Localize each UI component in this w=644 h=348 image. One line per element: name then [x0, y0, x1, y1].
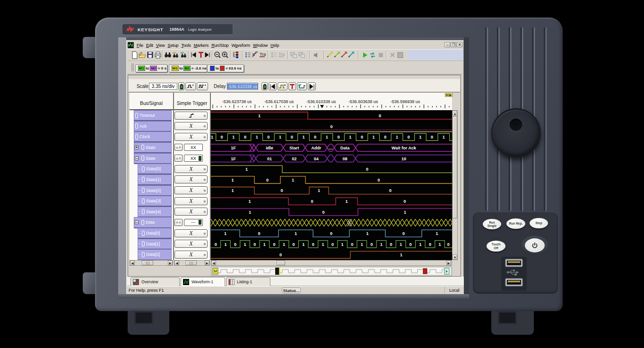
- svg-text:0: 0: [258, 231, 260, 236]
- svg-text:0: 0: [215, 242, 217, 247]
- svg-text:-536.603638 us: -536.603638 us: [348, 99, 378, 104]
- svg-text:0: 0: [331, 242, 334, 247]
- svg-text:0: 0: [384, 135, 386, 139]
- svg-text:1F: 1F: [231, 157, 236, 161]
- svg-text:1: 1: [292, 178, 294, 183]
- svg-text:1: 1: [258, 113, 261, 118]
- svg-text:0: 0: [330, 124, 332, 129]
- svg-text:1: 1: [302, 135, 305, 139]
- svg-text:Tra: Tra: [278, 52, 285, 57]
- svg-text:1: 1: [345, 199, 348, 204]
- svg-text:...: ...: [329, 146, 333, 150]
- svg-text:1: 1: [366, 231, 368, 236]
- svg-text:0: 0: [390, 242, 392, 247]
- svg-text:1: 1: [404, 210, 406, 215]
- svg-text:0: 0: [280, 188, 283, 193]
- svg-text:1: 1: [231, 178, 234, 183]
- svg-text:0: 0: [447, 242, 450, 247]
- svg-text:0: 0: [361, 135, 363, 139]
- svg-text:1: 1: [400, 252, 402, 257]
- svg-text:1: 1: [245, 167, 248, 172]
- svg-text:1: 1: [224, 242, 226, 247]
- svg-text:0: 0: [266, 178, 269, 183]
- svg-text:0: 0: [337, 135, 339, 139]
- svg-text:1: 1: [249, 210, 251, 215]
- svg-text:Wait for Ack: Wait for Ack: [392, 146, 417, 150]
- svg-text:1: 1: [419, 135, 421, 139]
- svg-text:1: 1: [279, 135, 281, 139]
- svg-text:1: 1: [283, 242, 285, 247]
- svg-text:1: 1: [248, 199, 251, 204]
- svg-text:0: 0: [351, 242, 353, 247]
- svg-text:10: 10: [401, 157, 406, 161]
- svg-text:Data: Data: [340, 146, 350, 150]
- svg-text:04: 04: [314, 157, 319, 161]
- svg-text:1: 1: [231, 188, 234, 193]
- svg-text:0: 0: [312, 242, 314, 247]
- svg-text:Start: Start: [289, 146, 299, 150]
- svg-text:0: 0: [403, 199, 406, 204]
- svg-text:0: 0: [267, 135, 270, 139]
- svg-text:02: 02: [292, 157, 296, 161]
- svg-text:-536.596938 us: -536.596938 us: [391, 99, 420, 104]
- svg-text:0: 0: [370, 242, 373, 247]
- svg-text:1: 1: [211, 135, 213, 139]
- svg-text:1: 1: [439, 242, 441, 247]
- svg-text:0: 0: [409, 242, 412, 247]
- svg-text:1: 1: [256, 135, 258, 139]
- svg-text:0: 0: [366, 167, 368, 172]
- svg-text:-536.617038 us: -536.617038 us: [264, 99, 294, 104]
- svg-text:1: 1: [244, 242, 246, 247]
- svg-text:1: 1: [318, 188, 320, 193]
- svg-text:0: 0: [408, 135, 410, 139]
- svg-text:0: 0: [273, 242, 275, 247]
- svg-text:1: 1: [435, 231, 438, 236]
- svg-text:1: 1: [295, 231, 297, 236]
- svg-text:0: 0: [220, 135, 223, 139]
- svg-text:08: 08: [342, 157, 347, 161]
- svg-text:01: 01: [267, 157, 272, 161]
- svg-text:Addr: Addr: [311, 146, 321, 150]
- svg-text:M: M: [214, 269, 217, 273]
- svg-text:1: 1: [224, 231, 226, 236]
- svg-text:0: 0: [322, 210, 324, 215]
- svg-text:1: 1: [400, 242, 402, 247]
- svg-text:0: 0: [314, 135, 316, 139]
- svg-text:1: 1: [396, 135, 398, 139]
- svg-text:1: 1: [419, 242, 421, 247]
- svg-text:0: 0: [291, 135, 293, 139]
- svg-text:0: 0: [253, 242, 256, 247]
- svg-text:0: 0: [311, 199, 313, 204]
- svg-text:Idle: Idle: [266, 146, 273, 150]
- svg-text:-536.623738 us: -536.623738 us: [222, 99, 252, 104]
- svg-text:0: 0: [379, 113, 381, 118]
- svg-text:1: 1: [361, 242, 363, 247]
- svg-text:1: 1: [380, 242, 383, 247]
- svg-text:1: 1: [443, 135, 445, 139]
- svg-text:1: 1: [322, 242, 324, 247]
- svg-text:0: 0: [234, 242, 236, 247]
- svg-text:1: 1: [349, 135, 351, 139]
- svg-text:Tra: Tra: [260, 52, 266, 57]
- svg-text:0: 0: [429, 242, 431, 247]
- svg-text:1: 1: [232, 135, 235, 139]
- svg-text:0: 0: [293, 242, 295, 247]
- svg-text:0: 0: [330, 231, 332, 236]
- svg-text:1: 1: [263, 242, 266, 247]
- svg-text:-536.610338 us: -536.610338 us: [306, 99, 336, 104]
- svg-text:1: 1: [373, 135, 375, 139]
- svg-text:0: 0: [244, 135, 246, 139]
- svg-text:0: 0: [389, 188, 392, 193]
- svg-text:0: 0: [377, 178, 380, 183]
- svg-text:1F: 1F: [231, 146, 236, 150]
- svg-text:0: 0: [431, 135, 433, 139]
- svg-text:0: 0: [279, 252, 282, 257]
- svg-text:1: 1: [341, 242, 344, 247]
- svg-text:1: 1: [326, 135, 328, 139]
- svg-text:0: 0: [402, 231, 405, 236]
- svg-text:1: 1: [302, 242, 305, 247]
